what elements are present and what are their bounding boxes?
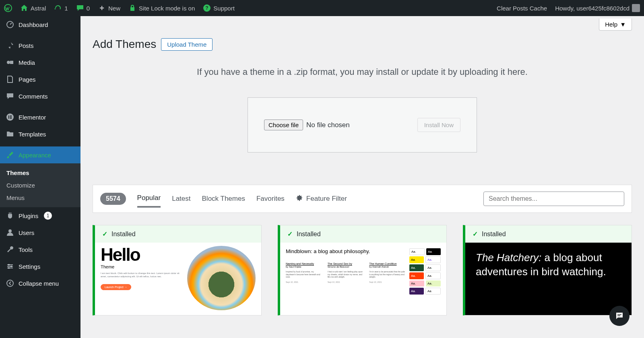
submenu-themes[interactable]: Themes bbox=[0, 167, 80, 179]
plugin-icon bbox=[6, 211, 14, 220]
new-link[interactable]: +New bbox=[98, 4, 120, 12]
wp-logo[interactable] bbox=[4, 4, 12, 12]
gear-icon bbox=[296, 194, 303, 204]
settings-icon bbox=[6, 262, 14, 271]
site-link[interactable]: Astral bbox=[20, 4, 46, 12]
check-icon: ✓ bbox=[102, 230, 107, 238]
theme-card-mindblown[interactable]: ✓Installed Mindblown: a blog about philo… bbox=[278, 225, 447, 315]
menu-comments[interactable]: Comments bbox=[0, 88, 80, 105]
submenu-menus[interactable]: Menus bbox=[0, 192, 80, 204]
menu-posts[interactable]: Posts bbox=[0, 37, 80, 54]
avatar bbox=[632, 4, 640, 12]
user-icon bbox=[6, 228, 14, 237]
theme-preview: Mindblown: a blog about philosophy. Nami… bbox=[280, 243, 446, 315]
svg-rect-7 bbox=[10, 115, 12, 116]
filter-popular[interactable]: Popular bbox=[137, 190, 161, 208]
install-now-button[interactable]: Install Now bbox=[417, 118, 460, 132]
menu-settings[interactable]: Settings bbox=[0, 258, 80, 275]
svg-point-17 bbox=[7, 280, 13, 286]
chat-icon bbox=[615, 311, 624, 321]
svg-point-10 bbox=[8, 229, 12, 233]
upload-theme-button[interactable]: Upload Theme bbox=[161, 38, 213, 51]
site-name: Astral bbox=[31, 5, 46, 12]
svg-point-14 bbox=[8, 264, 10, 266]
no-file-text: No file chosen bbox=[306, 121, 350, 129]
menu-users[interactable]: Users bbox=[0, 224, 80, 241]
menu-elementor[interactable]: Elementor bbox=[0, 109, 80, 126]
svg-point-15 bbox=[10, 266, 12, 267]
folder-icon bbox=[6, 130, 14, 138]
svg-rect-8 bbox=[10, 117, 12, 117]
updates-link[interactable]: 1 bbox=[54, 4, 68, 12]
menu-pages[interactable]: Pages bbox=[0, 71, 80, 88]
check-icon: ✓ bbox=[473, 230, 478, 238]
filter-block[interactable]: Block Themes bbox=[202, 191, 245, 207]
elementor-icon bbox=[6, 113, 14, 122]
submenu-customize[interactable]: Customize bbox=[0, 179, 80, 192]
swatches: Aa.Aa. Aa.Aa. Aa.Aa. Aa.Aa. Aa.Aa. Aa.Aa bbox=[409, 248, 441, 309]
theme-count: 5574 bbox=[100, 193, 126, 205]
appearance-submenu: Themes Customize Menus bbox=[0, 163, 80, 207]
theme-card-hello[interactable]: ✓Installed Hello Theme I am text block. … bbox=[93, 225, 262, 315]
menu-plugins[interactable]: Plugins1 bbox=[0, 207, 80, 224]
pin-icon bbox=[6, 41, 14, 50]
help-tab[interactable]: Help▼ bbox=[599, 19, 632, 31]
installed-notice: ✓Installed bbox=[95, 225, 261, 243]
svg-point-4 bbox=[7, 61, 10, 64]
svg-rect-19 bbox=[617, 315, 620, 316]
svg-rect-6 bbox=[8, 115, 9, 119]
brush-icon bbox=[6, 150, 14, 159]
upload-box: Choose file No file chosen Install Now bbox=[248, 97, 477, 153]
installed-notice: ✓Installed bbox=[465, 225, 632, 243]
filter-favorites[interactable]: Favorites bbox=[256, 191, 285, 207]
menu-appearance[interactable]: Appearance bbox=[0, 146, 80, 163]
hello-image bbox=[187, 246, 256, 310]
menu-media[interactable]: Media bbox=[0, 54, 80, 71]
comment-icon bbox=[6, 92, 14, 101]
menu-collapse[interactable]: Collapse menu bbox=[0, 275, 80, 292]
howdy-user[interactable]: Howdy, user6425fc8602dcd bbox=[555, 4, 640, 12]
search-themes-input[interactable] bbox=[483, 192, 624, 206]
plugin-badge: 1 bbox=[44, 212, 52, 220]
themes-grid: ✓Installed Hello Theme I am text block. … bbox=[93, 225, 632, 315]
collapse-icon bbox=[6, 279, 14, 288]
upload-instruction: If you have a theme in a .zip format, yo… bbox=[93, 67, 632, 77]
filter-latest[interactable]: Latest bbox=[172, 191, 190, 207]
svg-text:?: ? bbox=[206, 5, 208, 11]
wrench-icon bbox=[6, 245, 14, 254]
filter-feature[interactable]: Feature Filter bbox=[296, 190, 347, 208]
check-icon: ✓ bbox=[287, 230, 293, 238]
choose-file-button[interactable]: Choose file bbox=[264, 120, 303, 130]
filter-bar: 5574 Popular Latest Block Themes Favorit… bbox=[93, 185, 632, 213]
main-content: Help▼ Add Themes Upload Theme If you hav… bbox=[80, 16, 644, 338]
admin-bar: Astral 1 0 +New Site Lock mode is on ?Su… bbox=[0, 0, 644, 16]
menu-tools[interactable]: Tools bbox=[0, 241, 80, 258]
svg-rect-18 bbox=[617, 314, 621, 315]
updates-count: 1 bbox=[64, 5, 68, 12]
theme-preview: The Hatchery: a blog about adventures in… bbox=[465, 243, 632, 315]
pages-icon bbox=[6, 75, 14, 84]
clear-cache[interactable]: Clear Posts Cache bbox=[497, 5, 547, 12]
svg-rect-9 bbox=[10, 118, 12, 119]
comments-count: 0 bbox=[87, 5, 90, 12]
support-link[interactable]: ?Support bbox=[203, 4, 235, 12]
lock-link[interactable]: Site Lock mode is on bbox=[128, 4, 195, 12]
page-title: Add Themes bbox=[93, 38, 156, 51]
chat-fab[interactable] bbox=[609, 306, 630, 326]
dashboard-icon bbox=[6, 20, 14, 29]
installed-notice: ✓Installed bbox=[280, 225, 446, 243]
comments-link[interactable]: 0 bbox=[76, 4, 90, 12]
menu-dashboard[interactable]: Dashboard bbox=[0, 16, 80, 33]
media-icon bbox=[6, 58, 14, 67]
theme-preview: Hello Theme I am text block. Click edit … bbox=[95, 243, 261, 315]
theme-card-hatchery[interactable]: ✓Installed The Hatchery: a blog about ad… bbox=[463, 225, 632, 315]
hatchery-text: The Hatchery: a blog about adventures in… bbox=[476, 251, 621, 279]
chevron-down-icon: ▼ bbox=[620, 21, 626, 28]
admin-sidebar: Dashboard Posts Media Pages Comments Ele… bbox=[0, 16, 80, 338]
menu-templates[interactable]: Templates bbox=[0, 126, 80, 142]
svg-point-16 bbox=[8, 267, 10, 269]
